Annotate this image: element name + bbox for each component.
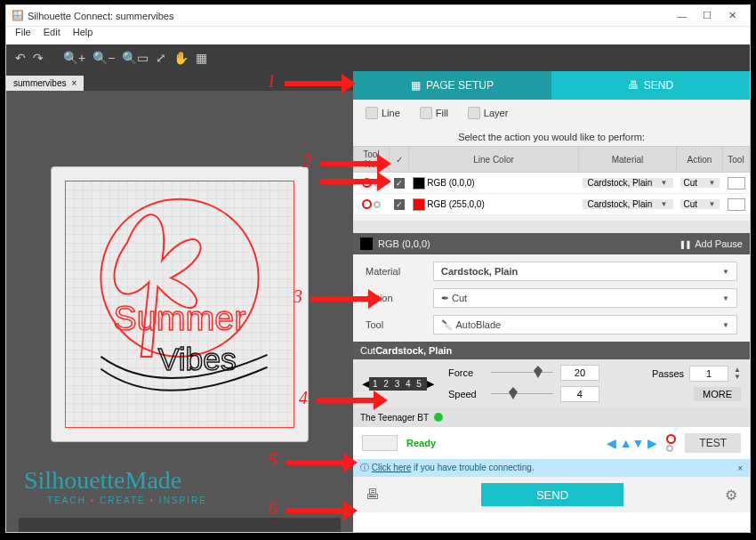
row-checkbox[interactable]: ✓	[394, 199, 405, 210]
add-pause-button[interactable]: ❚❚ Add Pause	[680, 238, 743, 250]
tool-slot-2-icon[interactable]	[374, 201, 381, 208]
help-banner: ⓘ Click here if you have trouble connect…	[353, 459, 750, 477]
action-select[interactable]: Cut▼	[680, 199, 720, 209]
carriage-2-icon[interactable]	[666, 445, 673, 452]
svg-text:Summer: Summer	[114, 298, 246, 337]
svg-text:Vibes: Vibes	[158, 342, 237, 377]
row-checkbox[interactable]: ✓	[394, 178, 405, 189]
speed-value[interactable]: 4	[560, 386, 599, 402]
queue-icon[interactable]: 🖶	[366, 487, 380, 503]
col-check: ✓	[390, 147, 409, 173]
chevron-down-icon: ▼	[722, 268, 729, 276]
tool-icon[interactable]	[728, 177, 745, 189]
blade-icon: ✒	[441, 293, 449, 303]
chevron-down-icon: ▼	[661, 200, 668, 208]
table-row[interactable]: ✓ RGB (255,0,0) Cardstock, Plain▼ Cut▼	[354, 194, 750, 215]
tool-icon[interactable]	[728, 198, 745, 211]
tool-slot-1-icon[interactable]	[362, 199, 372, 209]
more-button[interactable]: MORE	[694, 387, 741, 401]
passes-value[interactable]: 1	[689, 366, 728, 382]
close-button[interactable]: ✕	[720, 10, 744, 21]
pause-icon: ❚❚	[680, 238, 691, 250]
file-tab-close-icon[interactable]: ×	[71, 78, 76, 88]
action-label: Action	[366, 293, 419, 303]
depth-selector[interactable]: ◀1 2 3 4 5▶	[362, 378, 434, 390]
tab-send[interactable]: 🖶 SEND	[551, 71, 750, 100]
grid-gap	[353, 221, 750, 233]
scroll-right-icon[interactable]	[341, 518, 353, 532]
jog-arrows-icon[interactable]: ◀ ▲▼ ▶	[607, 436, 658, 450]
speed-label: Speed	[448, 389, 484, 399]
mode-fill[interactable]: Fill	[420, 107, 448, 119]
send-panel: ▦ PAGE SETUP 🖶 SEND Line Fill	[353, 71, 750, 532]
zoom-out-icon[interactable]: 🔍−	[92, 51, 115, 65]
minimize-button[interactable]: —	[670, 11, 695, 21]
material-dropdown[interactable]: Cardstock, Plain▼	[433, 262, 737, 281]
menu-edit[interactable]: Edit	[44, 27, 60, 44]
device-name: The Teenager BT	[360, 413, 429, 423]
carriage-1-icon[interactable]	[666, 434, 676, 444]
speed-slider[interactable]	[491, 388, 553, 400]
scroll-left-icon[interactable]	[6, 518, 19, 532]
action-dropdown[interactable]: ✒ Cut▼	[433, 288, 737, 308]
mode-layer[interactable]: Layer	[468, 107, 509, 119]
menu-help[interactable]: Help	[73, 27, 93, 44]
col-toolno: Tool No.	[354, 147, 390, 173]
tab-page-setup[interactable]: ▦ PAGE SETUP	[353, 71, 551, 100]
color-label: RGB (0,0,0)	[427, 177, 474, 187]
machine-icon	[362, 435, 398, 451]
help-link[interactable]: Click here	[372, 463, 411, 472]
cut-summary-header: Cut Cardstock, Plain	[353, 342, 750, 359]
maximize-button[interactable]: ☐	[695, 10, 720, 21]
gear-icon[interactable]: ⚙	[725, 487, 737, 504]
device-status-row: Ready ◀ ▲▼ ▶ TEST	[353, 427, 750, 459]
redo-icon[interactable]: ↷	[33, 51, 44, 65]
tool-slot-2-icon[interactable]	[374, 180, 381, 187]
force-slider[interactable]	[491, 367, 553, 379]
col-linecolor: Line Color	[409, 147, 579, 173]
send-button[interactable]: SEND	[481, 483, 623, 506]
chevron-down-icon: ▼	[709, 179, 716, 187]
table-row[interactable]: ✓ RGB (0,0,0) Cardstock, Plain▼ Cut▼	[354, 173, 750, 194]
layer-icon	[468, 107, 480, 119]
material-select[interactable]: Cardstock, Plain▼	[583, 199, 673, 209]
material-select[interactable]: Cardstock, Plain▼	[583, 178, 673, 188]
zoom-area-icon[interactable]: 🔍▭	[122, 51, 149, 65]
file-tab[interactable]: summervibes ×	[6, 76, 84, 91]
menu-file[interactable]: File	[15, 27, 31, 44]
banner-close-icon[interactable]: ×	[737, 463, 743, 473]
chevron-down-icon: ▼	[722, 294, 729, 302]
mode-line[interactable]: Line	[366, 107, 400, 119]
fit-icon[interactable]: ⤢	[156, 51, 166, 65]
passes-stepper[interactable]: ▲▼	[734, 367, 741, 381]
canvas-scrollbar[interactable]	[6, 518, 353, 532]
tool-dropdown[interactable]: 🔪 AutoBlade▼	[433, 315, 737, 334]
color-label: RGB (255,0,0)	[427, 198, 484, 208]
passes-label: Passes	[652, 368, 684, 379]
app-icon: 🪟	[12, 10, 24, 21]
tool-slot-1-icon[interactable]	[362, 178, 372, 188]
color-section-header: RGB (0,0,0) ❚❚ Add Pause	[353, 233, 750, 254]
col-action: Action	[677, 147, 723, 173]
force-value[interactable]: 20	[560, 365, 599, 381]
section-title: RGB (0,0,0)	[378, 238, 430, 249]
color-swatch	[413, 177, 425, 189]
autoblade-icon: 🔪	[441, 319, 454, 330]
status-dot-icon	[434, 413, 443, 422]
pan-icon[interactable]: ✋	[173, 51, 189, 65]
status-text: Ready	[406, 438, 436, 448]
zoom-in-icon[interactable]: 🔍+	[63, 51, 85, 65]
annotation-number: 4	[299, 388, 308, 408]
undo-icon[interactable]: ↶	[15, 51, 26, 65]
test-button[interactable]: TEST	[685, 433, 741, 453]
color-swatch	[413, 198, 425, 211]
action-select[interactable]: Cut▼	[680, 178, 720, 188]
force-label: Force	[448, 367, 484, 378]
col-tool: Tool	[723, 147, 750, 173]
chevron-down-icon: ▼	[709, 200, 716, 208]
fill-icon	[420, 107, 432, 119]
section-swatch	[360, 238, 373, 250]
cut-lines-grid: Tool No. ✓ Line Color Material Action To…	[353, 146, 750, 221]
select-icon[interactable]: ▦	[196, 51, 207, 65]
send-row: 🖶 SEND ⚙	[353, 477, 750, 512]
